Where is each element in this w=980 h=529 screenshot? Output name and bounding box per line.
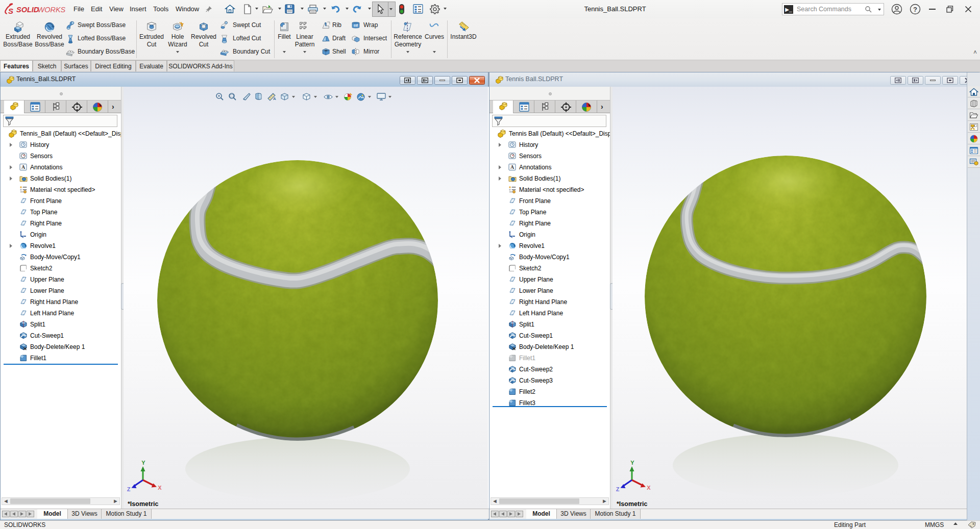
svg-text:Y: Y: [141, 460, 145, 466]
svg-text:X: X: [158, 485, 162, 491]
svg-text:cd: cd: [354, 23, 358, 27]
svg-text:WORKS: WORKS: [38, 6, 66, 14]
svg-text:SOLID: SOLID: [16, 6, 39, 14]
svg-text:Z: Z: [616, 486, 620, 492]
svg-text:Y: Y: [630, 460, 634, 466]
svg-text:?: ?: [913, 6, 917, 13]
svg-text:X: X: [647, 485, 651, 491]
svg-text:S: S: [8, 7, 13, 15]
svg-text:A: A: [273, 96, 276, 101]
svg-text:A: A: [21, 164, 26, 170]
svg-text:A: A: [510, 164, 514, 170]
svg-text:Z: Z: [127, 486, 131, 492]
